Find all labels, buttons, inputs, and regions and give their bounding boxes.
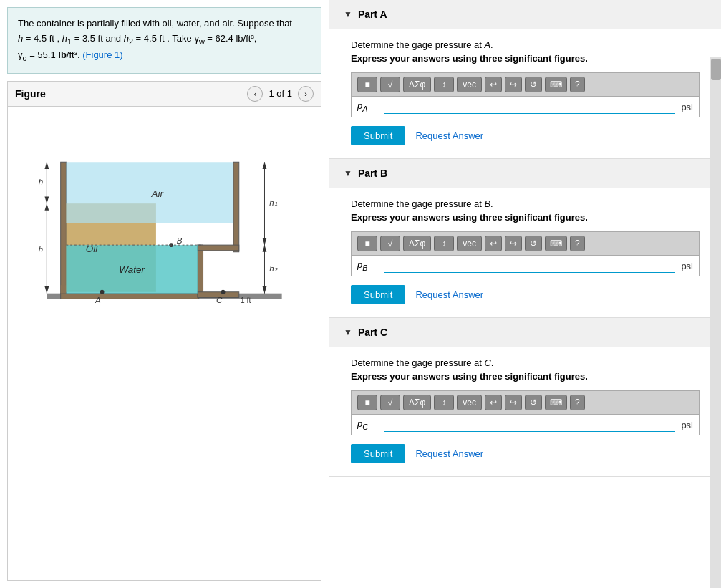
part-b-actions: Submit Request Answer <box>351 285 700 304</box>
part-c-actions: Submit Request Answer <box>351 444 700 463</box>
part-c-request-answer-button[interactable]: Request Answer <box>415 448 483 459</box>
part-b-request-answer-button[interactable]: Request Answer <box>415 289 483 300</box>
part-b-redo-btn[interactable]: ↪ <box>505 236 522 251</box>
ft-label: 1 ft <box>241 296 251 304</box>
part-a-actions: Submit Request Answer <box>351 126 700 145</box>
part-a-aze-btn[interactable]: AΣφ <box>403 77 431 92</box>
h2-label: h₂ <box>269 264 277 272</box>
part-b-help-btn[interactable]: ? <box>570 236 585 251</box>
part-c-vec-btn[interactable]: vec <box>457 395 482 410</box>
part-b-sigfig: Express your answers using three signifi… <box>351 212 700 223</box>
part-a-request-answer-button[interactable]: Request Answer <box>415 130 483 141</box>
part-a-body: Determine the gage pressure at A. Expres… <box>329 29 721 158</box>
part-b-kbd-btn[interactable]: ⌨ <box>545 236 567 251</box>
svg-rect-9 <box>66 162 233 223</box>
part-a-vec-btn[interactable]: vec <box>457 77 482 92</box>
part-b-header: ▼ Part B <box>329 159 721 188</box>
part-b-input[interactable] <box>384 259 675 273</box>
part-a-sigfig: Express your answers using three signifi… <box>351 53 700 64</box>
part-a-input[interactable] <box>384 100 675 114</box>
figure-link[interactable]: (Figure 1) <box>82 49 122 60</box>
svg-marker-25 <box>263 245 267 252</box>
problem-text: The container is partially filled with o… <box>18 18 292 29</box>
part-a-undo-btn[interactable]: ↩ <box>485 77 502 92</box>
problem-statement: The container is partially filled with o… <box>7 7 321 74</box>
svg-point-14 <box>221 289 226 294</box>
part-a-toolbar: ■ √ AΣφ ↕ vec ↩ ↪ ↺ ⌨ ? <box>351 72 700 96</box>
part-c-aze-btn[interactable]: AΣφ <box>403 395 431 410</box>
part-b-sqrt-btn[interactable]: √ <box>380 236 400 251</box>
part-a-arrow-btn[interactable]: ↕ <box>434 77 454 92</box>
svg-rect-1 <box>61 162 67 293</box>
figure-prev-button[interactable]: ‹ <box>247 86 263 102</box>
svg-rect-5 <box>198 245 203 294</box>
part-c-help-btn[interactable]: ? <box>570 395 585 410</box>
part-c-title: Part C <box>358 327 387 338</box>
part-c-arrow-btn[interactable]: ↕ <box>434 395 454 410</box>
part-a-input-label: pA = <box>357 100 379 113</box>
left-panel: The container is partially filled with o… <box>0 0 329 588</box>
part-a-submit-button[interactable]: Submit <box>351 126 405 145</box>
svg-marker-23 <box>263 238 267 245</box>
part-c-kbd-btn[interactable]: ⌨ <box>545 395 567 410</box>
part-a-sqrt-btn[interactable]: √ <box>380 77 400 92</box>
water-label: Water <box>119 264 145 274</box>
part-a-determine: Determine the gage pressure at A. <box>351 39 700 50</box>
part-b-title: Part B <box>358 168 387 179</box>
part-a-refresh-btn[interactable]: ↺ <box>525 77 542 92</box>
part-a-redo-btn[interactable]: ↪ <box>505 77 522 92</box>
part-a-collapse-icon[interactable]: ▼ <box>344 9 352 19</box>
part-c-refresh-btn[interactable]: ↺ <box>525 395 542 410</box>
h-label: h <box>39 244 43 253</box>
h1-label: h₁ <box>269 198 277 207</box>
part-c-section: ▼ Part C Determine the gage pressure at … <box>329 318 721 477</box>
part-a-input-row: pA = psi <box>351 96 700 117</box>
part-c-input-label: pC = <box>357 418 379 431</box>
part-a-kbd-btn[interactable]: ⌨ <box>545 77 567 92</box>
part-b-matrix-btn[interactable]: ■ <box>357 236 377 251</box>
part-b-submit-button[interactable]: Submit <box>351 285 405 304</box>
part-a-unit: psi <box>681 102 693 112</box>
part-c-matrix-btn[interactable]: ■ <box>357 395 377 410</box>
part-c-redo-btn[interactable]: ↪ <box>505 395 522 410</box>
part-c-header: ▼ Part C <box>329 318 721 347</box>
part-c-sqrt-btn[interactable]: √ <box>380 395 400 410</box>
h-top-label: h <box>39 178 43 186</box>
figure-nav: ‹ 1 of 1 › <box>247 86 314 102</box>
figure-scrollbar[interactable] <box>710 57 721 588</box>
figure-svg: Air Oil Water B A C h <box>8 107 321 307</box>
part-c-body: Determine the gage pressure at C. Expres… <box>329 347 721 476</box>
part-a-section: ▼ Part A Determine the gage pressure at … <box>329 0 721 159</box>
svg-marker-16 <box>44 203 49 211</box>
figure-section: Figure ‹ 1 of 1 › <box>7 81 321 581</box>
part-b-collapse-icon[interactable]: ▼ <box>344 168 352 178</box>
air-label: Air <box>151 188 164 198</box>
part-b-refresh-btn[interactable]: ↺ <box>525 236 542 251</box>
part-a-header: ▼ Part A <box>329 0 721 29</box>
part-b-vec-btn[interactable]: vec <box>457 236 482 251</box>
part-a-help-btn[interactable]: ? <box>570 77 585 92</box>
part-c-sigfig: Express your answers using three signifi… <box>351 371 700 382</box>
part-a-matrix-btn[interactable]: ■ <box>357 77 377 92</box>
part-b-arrow-btn[interactable]: ↕ <box>434 236 454 251</box>
svg-marker-26 <box>263 286 267 294</box>
part-c-undo-btn[interactable]: ↩ <box>485 395 502 410</box>
part-c-determine: Determine the gage pressure at C. <box>351 357 700 368</box>
part-b-input-row: pB = psi <box>351 255 700 276</box>
part-c-submit-button[interactable]: Submit <box>351 444 405 463</box>
point-b-label: B <box>177 236 183 245</box>
svg-rect-4 <box>233 162 239 252</box>
point-c-label: C <box>216 296 223 304</box>
point-a-label: A <box>95 296 101 304</box>
figure-header: Figure ‹ 1 of 1 › <box>8 82 321 107</box>
figure-next-button[interactable]: › <box>298 86 314 102</box>
part-b-aze-btn[interactable]: AΣφ <box>403 236 431 251</box>
right-panel: ▼ Part A Determine the gage pressure at … <box>329 0 721 588</box>
part-c-collapse-icon[interactable]: ▼ <box>344 327 352 337</box>
part-b-undo-btn[interactable]: ↩ <box>485 236 502 251</box>
part-c-input-row: pC = psi <box>351 414 700 435</box>
svg-rect-3 <box>61 285 67 294</box>
figure-canvas: Air Oil Water B A C h <box>8 107 321 307</box>
part-b-toolbar: ■ √ AΣφ ↕ vec ↩ ↪ ↺ ⌨ ? <box>351 231 700 255</box>
part-c-input[interactable] <box>384 418 675 432</box>
